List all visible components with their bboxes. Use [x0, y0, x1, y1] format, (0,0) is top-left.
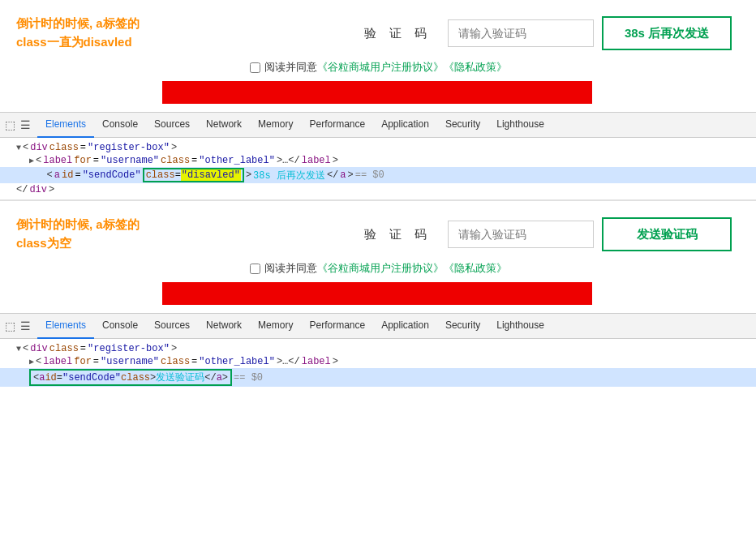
middle-section: 倒计时的时候, a标签的 class为空 验 证 码 发送验证码 阅读并同意 《…: [0, 200, 756, 313]
code-line-1-2: <label for="username" class="other_label…: [0, 154, 756, 167]
devtools-icons-1: ⬚ ☰: [5, 118, 31, 131]
devtools-bar-2: ⬚ ☰ Elements Console Sources Network Mem…: [0, 313, 756, 339]
class-highlight-box: class="disavled": [143, 168, 244, 182]
tab-performance-2[interactable]: Performance: [301, 313, 373, 339]
inspect-icon[interactable]: ⬚: [5, 118, 15, 131]
middle-annotation: 倒计时的时候, a标签的 class为空: [16, 216, 140, 252]
arrow-2[interactable]: [29, 156, 34, 165]
tab-memory-2[interactable]: Memory: [250, 313, 301, 339]
middle-red-bar: [162, 282, 592, 305]
top-agree-link2[interactable]: 《隐私政策》: [444, 60, 507, 75]
device-icon-2[interactable]: ☰: [20, 319, 31, 332]
middle-agree-link2[interactable]: 《隐私政策》: [444, 261, 507, 276]
top-agree-row: 阅读并同意 《谷粒商城用户注册协议》 《隐私政策》: [0, 60, 756, 75]
tab-sources-1[interactable]: Sources: [146, 112, 198, 138]
middle-agree-text: 阅读并同意: [264, 261, 317, 276]
code-line-2-3: <a id="sendCode" class >发送验证码</a> == $0: [0, 368, 756, 387]
devtools-bar-1: ⬚ ☰ Elements Console Sources Network Mem…: [0, 112, 756, 138]
middle-agree-checkbox[interactable]: [250, 264, 260, 274]
middle-form-label: 验 证 码: [364, 227, 432, 242]
code-panel-2: <div class="register-box"> <label for="u…: [0, 339, 756, 540]
top-annotation: 倒计时的时候, a标签的 class一直为disavled: [16, 15, 140, 51]
top-verification-input[interactable]: [448, 19, 594, 47]
middle-agree-link1[interactable]: 《谷粒商城用户注册协议》: [317, 261, 444, 276]
tab-application-1[interactable]: Application: [373, 112, 437, 138]
middle-verification-input[interactable]: [448, 221, 594, 248]
tab-network-2[interactable]: Network: [198, 313, 250, 339]
tab-performance-1[interactable]: Performance: [301, 112, 373, 138]
tab-security-1[interactable]: Security: [437, 112, 488, 138]
arrow-1[interactable]: [16, 144, 21, 152]
middle-agree-row: 阅读并同意 《谷粒商城用户注册协议》 《隐私政策》: [0, 261, 756, 276]
top-form-label: 验 证 码: [364, 26, 432, 41]
tab-application-2[interactable]: Application: [373, 313, 437, 339]
code-line-1-3: <a id="sendCode" class="disavled" >38s 后…: [0, 167, 756, 183]
arrow-4[interactable]: [29, 357, 34, 366]
tab-network-1[interactable]: Network: [198, 112, 250, 138]
tab-lighthouse-2[interactable]: Lighthouse: [488, 313, 552, 339]
arrow-3[interactable]: [16, 345, 21, 354]
device-icon[interactable]: ☰: [20, 118, 31, 131]
inspect-icon-2[interactable]: ⬚: [5, 319, 15, 332]
tab-security-2[interactable]: Security: [437, 313, 488, 339]
tab-elements-1[interactable]: Elements: [37, 112, 94, 138]
top-agree-text: 阅读并同意: [264, 60, 317, 75]
middle-send-btn[interactable]: 发送验证码: [602, 217, 732, 251]
code-panel-1: <div class="register-box"> <label for="u…: [0, 138, 756, 200]
top-red-bar: [162, 81, 592, 104]
tab-lighthouse-1[interactable]: Lighthouse: [488, 112, 552, 138]
code2-highlight-box: <a id="sendCode" class >发送验证码</a>: [29, 369, 232, 386]
code-line-2-2: <label for="username" class="other_label…: [0, 355, 756, 368]
tab-memory-1[interactable]: Memory: [250, 112, 301, 138]
tab-console-2[interactable]: Console: [94, 313, 146, 339]
code-line-1-4: </div>: [0, 183, 756, 196]
code-line-1-1: <div class="register-box">: [0, 141, 756, 154]
code-line-2-1: <div class="register-box">: [0, 342, 756, 355]
devtools-icons-2: ⬚ ☰: [5, 319, 31, 332]
top-agree-checkbox[interactable]: [250, 62, 260, 73]
tab-sources-2[interactable]: Sources: [146, 313, 198, 339]
tab-elements-2[interactable]: Elements: [37, 313, 94, 339]
tab-console-1[interactable]: Console: [94, 112, 146, 138]
top-section: 倒计时的时候, a标签的 class一直为disavled 验 证 码 38s …: [0, 0, 756, 112]
top-send-btn[interactable]: 38s 后再次发送: [602, 16, 732, 50]
top-agree-link1[interactable]: 《谷粒商城用户注册协议》: [317, 60, 444, 75]
